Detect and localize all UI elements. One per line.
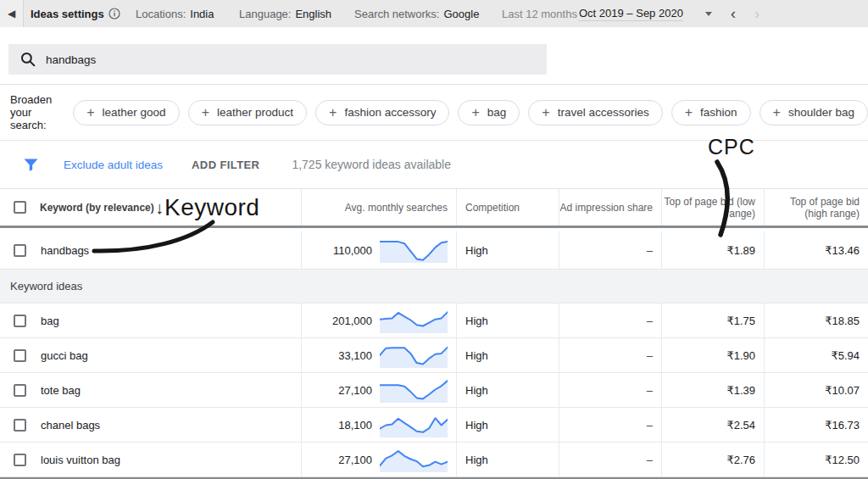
header-keyword[interactable]: Keyword (by relevance) bbox=[0, 189, 301, 226]
broaden-chip[interactable]: +leather good bbox=[73, 100, 179, 125]
top-of-page-bid-low-value: ₹1.90 bbox=[661, 338, 764, 372]
top-of-page-bid-low-value: ₹2.54 bbox=[661, 408, 764, 442]
top-of-page-bid-high-value: ₹13.46 bbox=[764, 231, 868, 269]
locations-setting[interactable]: Locations:India bbox=[136, 0, 214, 27]
broaden-chip[interactable]: +leather product bbox=[188, 100, 307, 125]
setting-label: Search networks: bbox=[354, 8, 439, 20]
competition-value: High bbox=[456, 304, 559, 337]
header-ad-impression-share[interactable]: Ad impression share bbox=[559, 189, 661, 226]
prev-period-button[interactable]: ‹ bbox=[731, 0, 736, 27]
search-icon bbox=[20, 52, 36, 67]
top-of-page-bid-low-value: ₹1.75 bbox=[661, 304, 764, 337]
setting-label: Language: bbox=[239, 8, 291, 20]
ad-impression-share-value: – bbox=[559, 338, 661, 372]
search-networks-setting[interactable]: Search networks:Google bbox=[354, 0, 479, 27]
add-filter-button[interactable]: ADD FILTER bbox=[192, 159, 259, 171]
header-avg-monthly-searches[interactable]: Avg. monthly searches bbox=[301, 189, 456, 226]
keyword-cell[interactable]: handbags bbox=[41, 244, 89, 257]
keyword-cell[interactable]: chanel bags bbox=[41, 419, 100, 432]
table-header-row: Keyword (by relevance) Avg. monthly sear… bbox=[0, 188, 868, 228]
row-checkbox[interactable] bbox=[14, 315, 26, 327]
filter-funnel-icon[interactable] bbox=[24, 159, 38, 171]
select-all-checkbox[interactable] bbox=[14, 201, 26, 214]
avg-monthly-searches-value: 110,000 bbox=[333, 244, 372, 257]
header-top-of-page-bid-low[interactable]: Top of page bid (low range) bbox=[661, 189, 764, 226]
row-checkbox[interactable] bbox=[14, 454, 26, 466]
date-range-value: Oct 2019 – Sep 2020 bbox=[579, 7, 683, 21]
table-row: handbags 110,000 High – ₹1.89 ₹13.46 bbox=[0, 231, 868, 270]
ad-impression-share-value: – bbox=[559, 231, 661, 269]
plus-icon: + bbox=[542, 106, 549, 120]
keyword-cell[interactable]: bag bbox=[41, 315, 59, 327]
competition-value: High bbox=[456, 443, 559, 476]
search-trend-sparkline bbox=[380, 412, 448, 437]
table-row: bag 201,000 High – ₹1.75 ₹18.85 bbox=[0, 304, 868, 338]
broaden-chip[interactable]: +travel accessories bbox=[528, 100, 662, 125]
broaden-chip[interactable]: +shoulder bag bbox=[760, 100, 868, 125]
top-of-page-bid-low-value: ₹2.76 bbox=[661, 443, 764, 476]
plus-icon: + bbox=[329, 106, 337, 120]
date-range-dropdown[interactable] bbox=[705, 0, 712, 27]
ideas-settings[interactable]: Ideas settings bbox=[31, 0, 120, 27]
table-row: louis vuitton bag 27,100 High – ₹2.76 ₹1… bbox=[0, 443, 868, 477]
top-of-page-bid-low-value: ₹1.39 bbox=[661, 373, 764, 407]
info-icon bbox=[108, 8, 120, 19]
competition-value: High bbox=[456, 231, 559, 269]
avg-monthly-searches-value: 27,100 bbox=[338, 454, 372, 466]
exclude-adult-ideas-link[interactable]: Exclude adult ideas bbox=[64, 159, 163, 171]
row-checkbox[interactable] bbox=[14, 384, 26, 397]
row-checkbox[interactable] bbox=[14, 349, 26, 362]
broaden-chip[interactable]: +fashion bbox=[671, 100, 751, 125]
setting-label: Locations: bbox=[136, 8, 186, 20]
search-query: handbags bbox=[46, 53, 96, 66]
top-of-page-bid-high-value: ₹16.73 bbox=[764, 408, 868, 442]
chip-label: leather good bbox=[103, 106, 166, 119]
chip-label: fashion bbox=[700, 106, 737, 119]
plus-icon: + bbox=[773, 106, 781, 120]
keyword-ideas-section-header: Keyword ideas bbox=[0, 270, 868, 304]
avg-monthly-searches-value: 33,100 bbox=[338, 349, 372, 362]
broaden-search-bar: Broaden your search: +leather good+leath… bbox=[0, 85, 868, 141]
chip-label: shoulder bag bbox=[788, 106, 854, 119]
top-of-page-bid-high-value: ₹12.50 bbox=[764, 443, 868, 476]
search-input[interactable]: handbags bbox=[8, 44, 547, 75]
keyword-ideas-table: Keyword (by relevance) Avg. monthly sear… bbox=[0, 188, 868, 479]
back-icon: ◀ bbox=[8, 8, 15, 19]
search-trend-sparkline bbox=[380, 237, 448, 263]
chevron-down-icon bbox=[705, 12, 712, 16]
table-row: tote bag 27,100 High – ₹1.39 ₹10.07 bbox=[0, 373, 868, 408]
broaden-chip[interactable]: +bag bbox=[458, 100, 520, 125]
plus-icon: + bbox=[202, 106, 209, 120]
chevron-left-icon: ‹ bbox=[731, 0, 736, 27]
language-setting[interactable]: Language:English bbox=[239, 0, 331, 27]
chevron-right-icon: › bbox=[754, 0, 760, 27]
date-range-preset: Last 12 months bbox=[502, 0, 577, 27]
plus-icon: + bbox=[685, 106, 693, 120]
top-of-page-bid-high-value: ₹5.94 bbox=[764, 338, 868, 372]
row-checkbox[interactable] bbox=[14, 244, 26, 257]
keyword-ideas-count: 1,725 keyword ideas available bbox=[292, 158, 451, 171]
top-of-page-bid-high-value: ₹18.85 bbox=[764, 304, 868, 337]
keyword-cell[interactable]: gucci bag bbox=[41, 349, 88, 362]
search-section: handbags bbox=[0, 27, 868, 85]
plus-icon: + bbox=[471, 106, 479, 120]
top-settings-bar: ◀ Ideas settings Locations:India Languag… bbox=[0, 0, 868, 27]
avg-monthly-searches-value: 18,100 bbox=[338, 419, 372, 432]
header-top-of-page-bid-high[interactable]: Top of page bid (high range) bbox=[764, 189, 868, 226]
row-checkbox[interactable] bbox=[14, 419, 26, 432]
broaden-label: Broaden your search: bbox=[10, 93, 61, 131]
search-trend-sparkline bbox=[380, 343, 448, 368]
back-button[interactable]: ◀ bbox=[0, 0, 24, 27]
ad-impression-share-value: – bbox=[559, 373, 661, 407]
next-period-button[interactable]: › bbox=[754, 0, 760, 27]
setting-value: Google bbox=[443, 8, 479, 20]
ad-impression-share-value: – bbox=[559, 443, 661, 476]
ad-impression-share-value: – bbox=[559, 304, 661, 337]
date-range-selector[interactable]: Oct 2019 – Sep 2020 bbox=[579, 0, 683, 27]
keyword-cell[interactable]: louis vuitton bag bbox=[41, 454, 120, 466]
broaden-chip[interactable]: +fashion accessory bbox=[315, 100, 449, 125]
top-of-page-bid-low-value: ₹1.89 bbox=[661, 231, 764, 269]
header-competition[interactable]: Competition bbox=[456, 189, 559, 226]
competition-value: High bbox=[456, 338, 559, 372]
keyword-cell[interactable]: tote bag bbox=[41, 384, 81, 397]
